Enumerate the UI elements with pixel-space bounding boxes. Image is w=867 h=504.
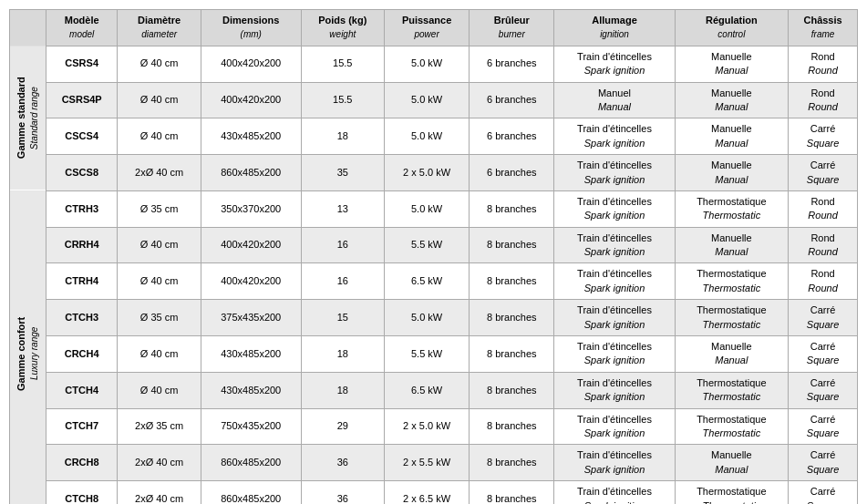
cell-weight: 13 <box>301 190 384 227</box>
cell-weight: 29 <box>301 408 384 445</box>
cell-model: CTCH8 <box>46 481 118 504</box>
cell-weight: 16 <box>301 263 384 300</box>
cell-diameter: 2xØ 40 cm <box>118 481 201 504</box>
header-dimensions: Dimensions (mm) <box>201 10 301 46</box>
cell-model: CTCH4 <box>46 372 118 408</box>
cell-dimensions: 430x485x200 <box>201 118 301 155</box>
cell-power: 5.0 kW <box>385 190 470 227</box>
cell-model: CSCS4 <box>46 118 118 155</box>
cell-ignition: Train d'étincellesSpark ignition <box>554 445 675 481</box>
header-frame: Châssis frame <box>789 10 858 46</box>
cell-model: CTCH7 <box>46 408 118 445</box>
cell-model: CSCS8 <box>46 155 118 191</box>
cell-frame: CarréSquare <box>789 408 858 445</box>
cell-ignition: Train d'étincellesSpark ignition <box>554 300 675 336</box>
cell-diameter: 2xØ 35 cm <box>118 408 201 445</box>
cell-power: 5.0 kW <box>385 118 470 155</box>
cell-burner: 8 branches <box>470 227 554 263</box>
header-weight: Poids (kg) weight <box>301 10 384 46</box>
cell-power: 2 x 5.0 kW <box>385 155 470 191</box>
cell-diameter: Ø 40 cm <box>118 118 201 155</box>
cell-diameter: Ø 40 cm <box>118 336 201 373</box>
cell-ignition: Train d'étincellesSpark ignition <box>554 118 675 155</box>
cell-frame: RondRound <box>789 82 858 118</box>
cell-ignition: ManuelManual <box>554 82 675 118</box>
cell-model: CTRH4 <box>46 263 118 300</box>
cell-frame: RondRound <box>789 46 858 82</box>
cell-control: ManuelleManual <box>675 46 789 82</box>
cell-burner: 8 branches <box>470 190 554 227</box>
cell-power: 2 x 5.0 kW <box>385 408 470 445</box>
header-row: Modèle model Diamètre diameter Dimension… <box>10 10 858 46</box>
cell-control: ManuelleManual <box>675 227 789 263</box>
cell-control: ManuelleManual <box>675 336 789 373</box>
cell-power: 5.0 kW <box>385 46 470 82</box>
cell-weight: 36 <box>301 481 384 504</box>
cell-control: ThermostatiqueThermostatic <box>675 263 789 300</box>
cell-weight: 15.5 <box>301 82 384 118</box>
cell-diameter: Ø 35 cm <box>118 300 201 336</box>
cell-power: 6.5 kW <box>385 372 470 408</box>
product-table: Modèle model Diamètre diameter Dimension… <box>9 9 858 504</box>
cell-ignition: Train d'étincellesSpark ignition <box>554 155 675 191</box>
cell-ignition: Train d'étincellesSpark ignition <box>554 336 675 373</box>
cell-ignition: Train d'étincellesSpark ignition <box>554 408 675 445</box>
cell-burner: 8 branches <box>470 408 554 445</box>
cell-weight: 36 <box>301 445 384 481</box>
cell-diameter: Ø 40 cm <box>118 82 201 118</box>
cell-model: CSRS4P <box>46 82 118 118</box>
header-burner: Brûleur burner <box>470 10 554 46</box>
cell-diameter: 2xØ 40 cm <box>118 155 201 191</box>
cell-weight: 16 <box>301 227 384 263</box>
cell-burner: 6 branches <box>470 46 554 82</box>
cell-dimensions: 860x485x200 <box>201 481 301 504</box>
cell-frame: CarréSquare <box>789 481 858 504</box>
cell-dimensions: 860x485x200 <box>201 445 301 481</box>
cell-frame: CarréSquare <box>789 445 858 481</box>
cell-power: 2 x 6.5 kW <box>385 481 470 504</box>
cell-model: CRRH4 <box>46 227 118 263</box>
cell-burner: 6 branches <box>470 82 554 118</box>
cell-burner: 8 branches <box>470 372 554 408</box>
cell-power: 2 x 5.5 kW <box>385 445 470 481</box>
cell-control: ThermostatiqueThermostatic <box>675 190 789 227</box>
cell-dimensions: 430x485x200 <box>201 372 301 408</box>
cell-frame: CarréSquare <box>789 155 858 191</box>
cell-power: 5.5 kW <box>385 227 470 263</box>
cell-dimensions: 750x435x200 <box>201 408 301 445</box>
cell-frame: RondRound <box>789 227 858 263</box>
cell-weight: 18 <box>301 118 384 155</box>
cell-model: CTRH3 <box>46 190 118 227</box>
cell-ignition: Train d'étincellesSpark ignition <box>554 46 675 82</box>
product-table-wrapper: Modèle model Diamètre diameter Dimension… <box>9 9 858 504</box>
cell-control: ManuelleManual <box>675 155 789 191</box>
cell-ignition: Train d'étincellesSpark ignition <box>554 227 675 263</box>
header-ignition: Allumage ignition <box>554 10 675 46</box>
table-row: Gamme standardStandard rangeCSRS4Ø 40 cm… <box>10 46 858 82</box>
table-row: Gamme confortLuxury rangeCTRH3Ø 35 cm350… <box>10 190 858 227</box>
table-row: CTCH82xØ 40 cm860x485x200362 x 6.5 kW8 b… <box>10 481 858 504</box>
table-row: CRCH4Ø 40 cm430x485x200185.5 kW8 branche… <box>10 336 858 373</box>
table-row: CTCH3Ø 35 cm375x435x200155.0 kW8 branche… <box>10 300 858 336</box>
cell-frame: RondRound <box>789 263 858 300</box>
cell-burner: 8 branches <box>470 300 554 336</box>
cell-dimensions: 430x485x200 <box>201 336 301 373</box>
cell-burner: 8 branches <box>470 336 554 373</box>
cell-diameter: Ø 35 cm <box>118 190 201 227</box>
table-row: CTRH4Ø 40 cm400x420x200166.5 kW8 branche… <box>10 263 858 300</box>
cell-burner: 8 branches <box>470 445 554 481</box>
cell-frame: RondRound <box>789 190 858 227</box>
cell-burner: 8 branches <box>470 481 554 504</box>
cell-weight: 18 <box>301 372 384 408</box>
cell-frame: CarréSquare <box>789 336 858 373</box>
cell-dimensions: 375x435x200 <box>201 300 301 336</box>
table-row: CSRS4PØ 40 cm400x420x20015.55.0 kW6 bran… <box>10 82 858 118</box>
cell-dimensions: 400x420x200 <box>201 263 301 300</box>
header-control: Régulation control <box>675 10 789 46</box>
cell-control: ManuelleManual <box>675 118 789 155</box>
group-cell: Gamme confortLuxury range <box>10 190 46 504</box>
cell-ignition: Train d'étincellesSpark ignition <box>554 190 675 227</box>
cell-weight: 18 <box>301 336 384 373</box>
cell-control: ThermostatiqueThermostatic <box>675 300 789 336</box>
cell-frame: CarréSquare <box>789 372 858 408</box>
